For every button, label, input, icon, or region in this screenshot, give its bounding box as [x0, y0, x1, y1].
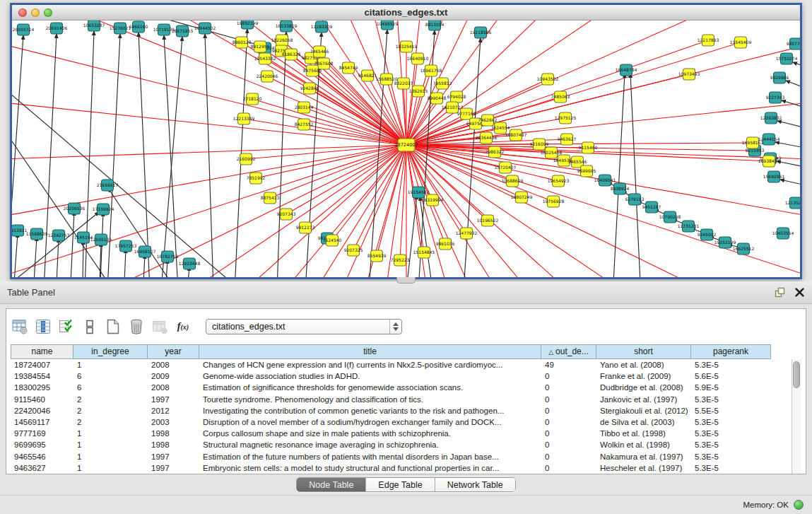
cell[interactable]: Jankovic et al. (1997): [596, 395, 691, 404]
minimize-button[interactable]: [31, 8, 40, 17]
memory-ok-indicator-icon[interactable]: [794, 500, 804, 510]
table-row[interactable]: 2242004622012Investigating the contribut…: [11, 405, 801, 416]
cell[interactable]: 5.3E-5: [691, 418, 771, 426]
cell[interactable]: 5.3E-5: [691, 395, 771, 404]
cell[interactable]: 1998: [148, 440, 199, 449]
cell[interactable]: 2003: [148, 418, 199, 426]
cell[interactable]: 1997: [148, 464, 199, 472]
float-panel-icon[interactable]: [774, 287, 785, 298]
cell[interactable]: Investigating the contribution of common…: [199, 407, 541, 415]
cell[interactable]: 2: [73, 418, 148, 426]
cell[interactable]: 2: [73, 407, 148, 415]
cell[interactable]: 1: [73, 452, 148, 461]
table-row[interactable]: 1938455462009Genome-wide association stu…: [11, 370, 801, 382]
function-builder-button[interactable]: f(x): [174, 317, 192, 336]
table-row[interactable]: 946362711997Embryonic stem cells: a mode…: [11, 462, 801, 474]
cell[interactable]: 5.3E-5: [691, 429, 771, 438]
cell[interactable]: Embryonic stem cells: a model to study s…: [199, 464, 541, 472]
cell[interactable]: Disruption of a novel member of a sodium…: [199, 418, 541, 426]
cell[interactable]: 1997: [148, 452, 199, 461]
cell[interactable]: Structural magnetic resonance image aver…: [199, 440, 541, 449]
scrollbar-thumb[interactable]: [793, 361, 800, 388]
cell[interactable]: 5.3E-5: [691, 361, 771, 369]
cell[interactable]: 0: [541, 440, 596, 449]
table-row[interactable]: 1456911722003Disruption of a novel membe…: [11, 416, 801, 428]
cell[interactable]: Franke et al. (2009): [596, 372, 691, 380]
cell[interactable]: 6: [73, 383, 148, 392]
cell[interactable]: 0: [541, 395, 596, 404]
cell[interactable]: 9465546: [11, 452, 73, 461]
cell[interactable]: 2008: [148, 383, 199, 392]
table-select-dropdown[interactable]: citations_edges.txt: [206, 319, 402, 334]
tab-edge-table[interactable]: Edge Table: [365, 478, 434, 491]
clear-selection-button[interactable]: [81, 317, 99, 336]
cell[interactable]: Dudbridge et al. (2008): [596, 383, 691, 392]
cell[interactable]: 1: [73, 464, 148, 472]
cell[interactable]: Wolkin et al. (1998): [596, 440, 691, 449]
cell[interactable]: 0: [541, 452, 596, 461]
tab-network-table[interactable]: Network Table: [435, 478, 515, 491]
cell[interactable]: 18724007: [11, 361, 73, 369]
cell[interactable]: 9699695: [11, 440, 73, 449]
table-row[interactable]: 946554611997Estimation of the future num…: [11, 451, 801, 462]
cell[interactable]: 0: [541, 407, 596, 415]
table-row[interactable]: 969969511998Structural magnetic resonanc…: [11, 439, 801, 450]
column-header-name[interactable]: name: [11, 344, 73, 359]
cell[interactable]: 6: [73, 372, 148, 380]
cell[interactable]: 5.3E-5: [691, 464, 771, 472]
cell[interactable]: Estimation of the future numbers of pati…: [199, 452, 541, 461]
close-button[interactable]: [18, 8, 27, 17]
cell[interactable]: 0: [541, 372, 596, 380]
cell[interactable]: 22420046: [11, 407, 73, 415]
cell[interactable]: 2009: [148, 372, 199, 380]
cell[interactable]: Changes of HCN gene expression and I(f) …: [199, 361, 541, 369]
cell[interactable]: 19384554: [11, 372, 73, 380]
cell[interactable]: 2012: [148, 407, 199, 415]
cell[interactable]: 1998: [148, 429, 199, 438]
tab-node-table[interactable]: Node Table: [297, 478, 365, 491]
cell[interactable]: 9115460: [11, 395, 73, 404]
cell[interactable]: 1: [73, 361, 148, 369]
cell[interactable]: Estimation of significance thresholds fo…: [199, 383, 541, 392]
cell[interactable]: 2: [73, 395, 148, 404]
cell[interactable]: 0: [541, 429, 596, 438]
cell[interactable]: Hescheler et al. (1997): [596, 464, 691, 472]
cell[interactable]: Tibbo et al. (1998): [596, 429, 691, 438]
column-header-title[interactable]: title: [199, 344, 541, 359]
table-vertical-scrollbar[interactable]: [792, 359, 801, 474]
new-table-button[interactable]: [104, 317, 122, 336]
cell[interactable]: 0: [541, 464, 596, 472]
close-panel-icon[interactable]: [794, 287, 805, 298]
table-row[interactable]: 977716911998Corpus callosum shape and si…: [11, 428, 801, 439]
cell[interactable]: 49: [541, 361, 596, 369]
cell[interactable]: 1: [73, 429, 148, 438]
cell[interactable]: 2008: [148, 361, 199, 369]
column-header-in_degree[interactable]: in_degree: [73, 344, 148, 359]
cell[interactable]: 5.5E-5: [691, 407, 771, 415]
cell[interactable]: 0: [541, 383, 596, 392]
show-hide-columns-button[interactable]: [34, 317, 52, 336]
cell[interactable]: Stergiakouli et al. (2012): [596, 407, 691, 415]
table-row[interactable]: 911546021997Tourette syndrome. Phenomeno…: [11, 394, 801, 405]
cell[interactable]: Corpus callosum shape and size in male p…: [199, 429, 541, 438]
cell[interactable]: Tourette syndrome. Phenomenology and cla…: [199, 395, 541, 404]
cell[interactable]: 1: [73, 440, 148, 449]
table-row[interactable]: 1872400712008Changes of HCN gene express…: [11, 359, 801, 370]
cell[interactable]: 14569117: [11, 418, 73, 426]
citation-network-graph[interactable]: 2605572420691406106532871527602164661601…: [12, 21, 800, 277]
cell[interactable]: 9463627: [11, 464, 73, 472]
cell[interactable]: 5.9E-5: [691, 383, 771, 392]
delete-table-button[interactable]: [127, 317, 146, 336]
table-row[interactable]: 1830029562008Estimation of significance …: [11, 382, 801, 393]
column-header-pagerank[interactable]: pagerank: [691, 344, 771, 359]
cell[interactable]: 5.3E-5: [691, 452, 771, 461]
cell[interactable]: 5.3E-5: [691, 440, 771, 449]
select-all-button[interactable]: [57, 317, 76, 336]
cell[interactable]: Nakamura et al. (1997): [596, 452, 691, 461]
network-window-titlebar[interactable]: citations_edges.txt: [12, 5, 800, 21]
splitter-handle[interactable]: [396, 277, 416, 284]
cell[interactable]: de Silva et al. (2003): [596, 418, 691, 426]
column-header-out_de[interactable]: △out_de...: [541, 344, 596, 359]
column-header-year[interactable]: year: [148, 344, 199, 359]
column-header-short[interactable]: short: [596, 344, 691, 359]
